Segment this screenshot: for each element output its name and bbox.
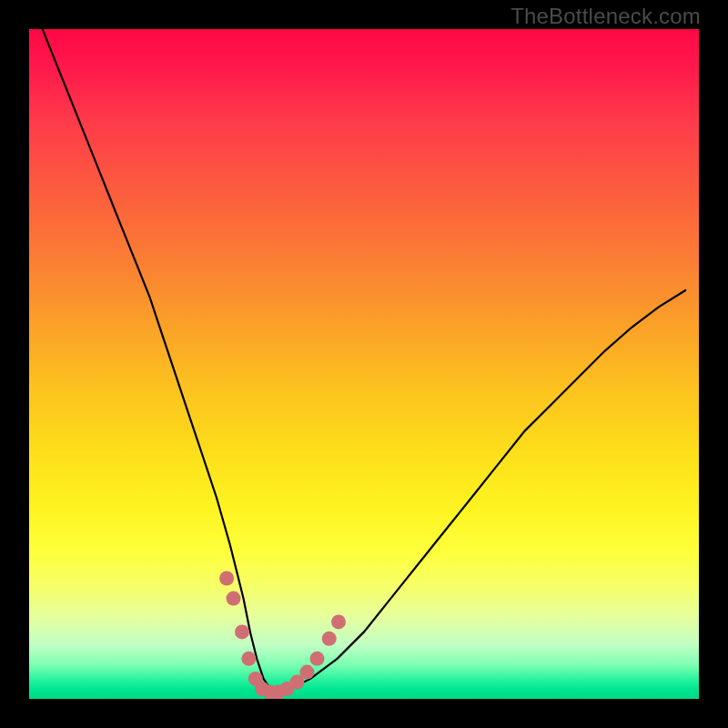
watermark-text: TheBottleneck.com <box>511 4 701 29</box>
curve-layer <box>29 29 699 699</box>
marker-dot <box>241 652 256 666</box>
highlight-markers <box>219 571 346 700</box>
marker-dot <box>219 571 234 586</box>
marker-dot <box>331 614 346 629</box>
marker-dot <box>299 665 314 680</box>
bottleneck-curve <box>43 29 686 693</box>
marker-dot <box>235 624 249 639</box>
marker-dot <box>227 592 241 606</box>
chart-frame: TheBottleneck.com <box>0 0 728 728</box>
plot-area <box>29 29 699 699</box>
marker-dot <box>322 632 337 646</box>
marker-dot <box>310 652 325 666</box>
